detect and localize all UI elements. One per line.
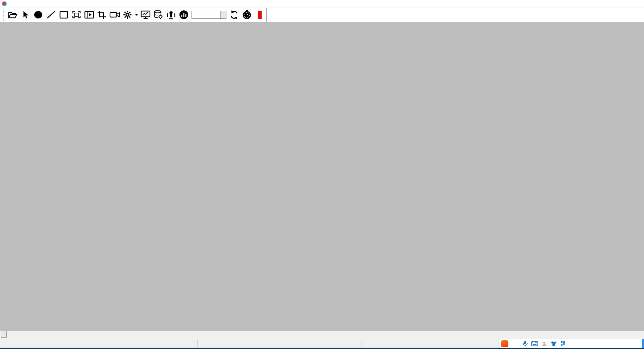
refresh-button[interactable] bbox=[228, 8, 240, 21]
statistics-button[interactable] bbox=[177, 8, 190, 21]
app-logo-icon bbox=[2, 1, 7, 6]
status-bar bbox=[0, 339, 644, 348]
toolbar-separator bbox=[266, 8, 267, 22]
rectangle-tool-button[interactable] bbox=[57, 8, 70, 21]
toolbar-grip-icon bbox=[3, 9, 4, 21]
statusbar-divider bbox=[197, 340, 198, 347]
ellipse-tool-button[interactable] bbox=[32, 8, 45, 21]
title-bar bbox=[0, 0, 644, 7]
database-settings-button[interactable] bbox=[152, 8, 165, 21]
ime-more-icon[interactable] bbox=[560, 341, 565, 346]
tab-bar bbox=[0, 330, 644, 339]
close-button[interactable] bbox=[631, 0, 644, 7]
camera-select-combobox[interactable] bbox=[192, 11, 226, 19]
maximize-button[interactable] bbox=[617, 0, 631, 7]
views-row bbox=[0, 22, 644, 330]
app-window bbox=[0, 0, 644, 349]
record-indicator[interactable] bbox=[258, 11, 262, 19]
ime-toolbar bbox=[499, 339, 644, 348]
line-tool-button[interactable] bbox=[45, 8, 57, 21]
sogou-logo-icon[interactable] bbox=[501, 340, 508, 347]
skin-wardrobe-icon[interactable] bbox=[551, 341, 557, 346]
monitor-chart-button[interactable] bbox=[139, 8, 152, 21]
upload-button[interactable] bbox=[165, 8, 177, 21]
toolbar bbox=[0, 7, 644, 22]
keyboard-icon[interactable] bbox=[531, 341, 538, 346]
user-profile-icon[interactable] bbox=[542, 341, 547, 346]
region-select-tool-button[interactable] bbox=[70, 8, 83, 21]
open-folder-button[interactable] bbox=[6, 8, 19, 21]
timer-button[interactable] bbox=[240, 8, 253, 21]
ime-edge-strip bbox=[642, 339, 644, 348]
cursor-tool-button[interactable] bbox=[19, 8, 32, 21]
minimize-button[interactable] bbox=[604, 0, 617, 7]
video-camera-button[interactable] bbox=[108, 8, 121, 21]
settings-gear-button[interactable] bbox=[121, 8, 134, 21]
camera-select-dropdown-icon[interactable] bbox=[220, 11, 226, 18]
tab-corner-button[interactable] bbox=[1, 331, 7, 338]
crop-tool-button[interactable] bbox=[96, 8, 108, 21]
statusbar-divider bbox=[362, 340, 362, 347]
settings-dropdown-arrow-icon[interactable] bbox=[134, 8, 139, 21]
video-player-button[interactable] bbox=[83, 8, 96, 21]
microphone-icon[interactable] bbox=[523, 341, 528, 347]
